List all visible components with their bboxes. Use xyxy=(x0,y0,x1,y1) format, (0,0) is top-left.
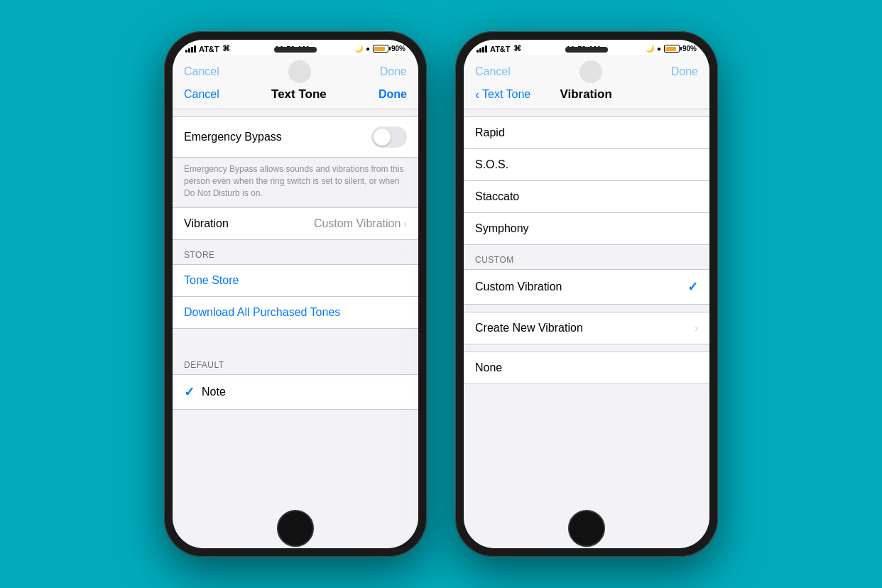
status-left: AT&T ⌘ xyxy=(185,44,230,53)
phone2-top-done[interactable]: Done xyxy=(671,65,698,78)
phone2-nav: Cancel Done ‹ Text Tone Vibration xyxy=(464,55,709,109)
phone1-nav: Cancel Done Cancel Text Tone Done xyxy=(173,55,418,109)
battery-label: 90% xyxy=(391,45,405,53)
phone2-nav-bar: ‹ Text Tone Vibration xyxy=(464,85,709,104)
vibration-chevron: › xyxy=(403,218,407,229)
staccato-label: Staccato xyxy=(475,190,519,203)
phone1-home-button[interactable] xyxy=(277,510,314,547)
note-row-inner: ✓ Note xyxy=(184,384,226,400)
download-row[interactable]: Download All Purchased Tones xyxy=(173,297,418,328)
emergency-bypass-label: Emergency Bypass xyxy=(184,131,282,143)
wifi-icon: ⌘ xyxy=(222,44,230,53)
p2-spacer3 xyxy=(464,344,709,352)
p2-carrier-label: AT&T xyxy=(490,45,511,53)
emergency-bypass-row[interactable]: Emergency Bypass xyxy=(173,117,418,157)
symphony-label: Symphony xyxy=(475,222,529,235)
battery-icon xyxy=(373,45,388,53)
spacer2 xyxy=(173,329,418,350)
rapid-label: Rapid xyxy=(475,126,505,139)
p2-status-right: 🌙 ● 90% xyxy=(646,45,697,53)
phone1-top-done[interactable]: Done xyxy=(380,65,407,78)
custom-header: CUSTOM xyxy=(464,245,709,269)
phone2-home-button[interactable] xyxy=(568,510,605,547)
phone1-title: Text Tone xyxy=(271,87,327,102)
emergency-description: Emergency Bypass allows sounds and vibra… xyxy=(173,158,418,207)
phone1-nav-bar: Cancel Text Tone Done xyxy=(173,85,418,104)
p2-wifi-icon: ⌘ xyxy=(513,44,521,53)
create-new-row[interactable]: Create New Vibration › xyxy=(464,312,709,344)
note-label: Note xyxy=(202,386,226,398)
phone1-screen: AT&T ⌘ 11:59 AM 🌙 ● 90% Cancel Done xyxy=(173,40,418,548)
phone2-content: Rapid S.O.S. Staccato Symphony CUSTOM Cu… xyxy=(464,109,709,548)
sos-label: S.O.S. xyxy=(475,158,508,171)
phone1-cancel-btn[interactable]: Cancel xyxy=(184,88,219,101)
custom-vibration-row[interactable]: Custom Vibration ✓ xyxy=(464,270,709,304)
custom-vibration-label: Custom Vibration xyxy=(475,281,562,293)
phone1-top-cancel[interactable]: Cancel xyxy=(184,65,219,78)
create-new-label: Create New Vibration xyxy=(475,322,583,334)
p2-spacer xyxy=(464,109,709,116)
custom-vibrations-group: Custom Vibration ✓ xyxy=(464,269,709,305)
phone2-nav-top: Cancel Done xyxy=(464,59,709,85)
tone-store-row[interactable]: Tone Store xyxy=(173,265,418,297)
status-right: 🌙 ● 90% xyxy=(354,45,405,53)
vibration-group: Vibration Custom Vibration › xyxy=(173,207,418,240)
vibration-value: Custom Vibration › xyxy=(314,217,407,230)
phone1: AT&T ⌘ 11:59 AM 🌙 ● 90% Cancel Done xyxy=(164,31,427,557)
phone1-avatar xyxy=(288,60,311,83)
download-label: Download All Purchased Tones xyxy=(184,306,340,319)
spacer xyxy=(173,109,418,116)
phone1-done-btn[interactable]: Done xyxy=(379,88,407,101)
none-label: None xyxy=(475,361,502,374)
tone-store-label: Tone Store xyxy=(184,274,239,287)
emergency-toggle[interactable] xyxy=(371,126,407,148)
sos-row[interactable]: S.O.S. xyxy=(464,149,709,181)
create-new-group: Create New Vibration › xyxy=(464,312,709,344)
phone2-avatar xyxy=(579,60,602,83)
store-group: Tone Store Download All Purchased Tones xyxy=(173,264,418,329)
phone2-back-label: Text Tone xyxy=(482,88,530,101)
location-icon: ● xyxy=(366,45,370,53)
carrier-label: AT&T xyxy=(199,45,219,53)
vibration-value-text: Custom Vibration xyxy=(314,217,401,230)
emergency-group: Emergency Bypass xyxy=(173,116,418,158)
default-group: ✓ Note xyxy=(173,374,418,410)
rapid-row[interactable]: Rapid xyxy=(464,117,709,149)
phone2-title: Vibration xyxy=(560,87,611,102)
p2-status-left: AT&T ⌘ xyxy=(477,44,521,53)
p2-spacer2 xyxy=(464,305,709,312)
p2-moon-icon: 🌙 xyxy=(646,45,654,53)
phone1-speaker xyxy=(274,47,317,53)
phone2-back-btn[interactable]: ‹ Text Tone xyxy=(475,88,530,101)
note-row[interactable]: ✓ Note xyxy=(173,375,418,409)
none-row[interactable]: None xyxy=(464,352,709,383)
standard-vibrations-group: Rapid S.O.S. Staccato Symphony xyxy=(464,116,709,245)
store-header: STORE xyxy=(173,240,418,264)
default-header: DEFAULT xyxy=(173,350,418,374)
back-chevron-icon: ‹ xyxy=(475,88,479,101)
vibration-label: Vibration xyxy=(184,217,229,230)
moon-icon: 🌙 xyxy=(354,45,363,53)
phone1-content: Emergency Bypass Emergency Bypass allows… xyxy=(173,109,418,548)
note-checkmark: ✓ xyxy=(184,384,195,400)
staccato-row[interactable]: Staccato xyxy=(464,181,709,213)
symphony-row[interactable]: Symphony xyxy=(464,213,709,244)
vibration-row[interactable]: Vibration Custom Vibration › xyxy=(173,208,418,239)
signal-icon xyxy=(185,45,196,53)
phone2-speaker xyxy=(565,47,608,53)
toggle-thumb xyxy=(374,129,391,146)
none-group: None xyxy=(464,352,709,384)
phone2: AT&T ⌘ 11:59 AM 🌙 ● 90% Cancel Done xyxy=(455,31,718,557)
phone2-top-cancel[interactable]: Cancel xyxy=(475,65,511,78)
create-new-chevron: › xyxy=(695,322,698,334)
phone1-nav-top: Cancel Done xyxy=(173,59,418,85)
p2-battery-label: 90% xyxy=(682,45,697,53)
p2-battery-icon xyxy=(664,45,680,53)
custom-vibration-checkmark: ✓ xyxy=(687,279,698,295)
p2-signal-icon xyxy=(477,45,487,53)
phone2-screen: AT&T ⌘ 11:59 AM 🌙 ● 90% Cancel Done xyxy=(464,40,709,548)
p2-location-icon: ● xyxy=(657,45,661,53)
